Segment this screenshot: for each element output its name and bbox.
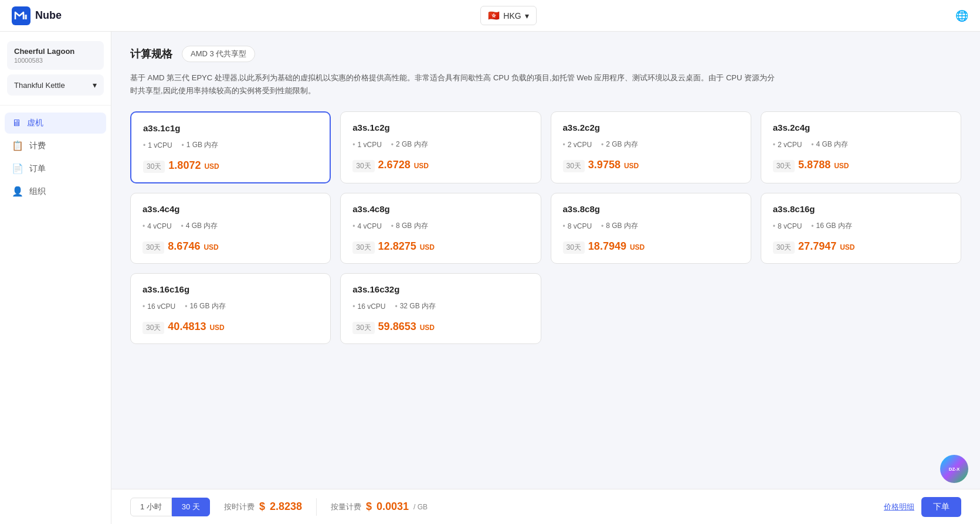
plan-pricing-0: 30天 1.8072 USD	[143, 159, 318, 173]
pricing-value-2: 3.9758	[588, 159, 620, 171]
plan-specs-9: • 16 vCPU • 32 GB 内存	[352, 301, 528, 311]
plan-pricing-5: 30天 12.8275 USD	[352, 240, 528, 254]
account-item[interactable]: Cheerful Lagoon 10000583	[7, 41, 104, 70]
globe-icon[interactable]: 🌐	[955, 9, 968, 22]
time-tab-1h[interactable]: 1 小时	[130, 498, 172, 516]
plan-vcpu-2: • 2 vCPU	[563, 139, 592, 149]
plan-memory-5: • 8 GB 内存	[391, 221, 428, 231]
account-id: 10000583	[14, 57, 97, 64]
plan-memory-7: • 16 GB 内存	[811, 221, 852, 231]
pricing-currency-6: USD	[630, 243, 645, 251]
plan-card-a3s16c16g[interactable]: a3s.16c16g • 16 vCPU • 16 GB 内存 30天 40.4…	[130, 273, 331, 344]
sidebar-item-billing-label: 计费	[29, 141, 46, 151]
sidebar-item-vm-label: 虚机	[27, 118, 43, 128]
plan-pricing-7: 30天 27.7947 USD	[773, 240, 949, 254]
org-icon: 👤	[12, 186, 23, 197]
plan-specs-0: • 1 vCPU • 1 GB 内存	[143, 140, 318, 150]
pricing-currency-5: USD	[420, 243, 435, 251]
traffic-unit: / GB	[413, 503, 428, 511]
project-name: Thankful Kettle	[14, 81, 65, 90]
project-selector[interactable]: Thankful Kettle ▾	[7, 74, 104, 96]
pricing-period-7: 30天	[773, 241, 795, 254]
sidebar-item-org-label: 组织	[29, 186, 46, 197]
pricing-currency-4: USD	[204, 243, 218, 251]
plan-vcpu-6: • 8 vCPU	[563, 221, 592, 231]
pricing-period-6: 30天	[563, 241, 585, 254]
pricing-period-1: 30天	[352, 160, 374, 172]
plan-memory-8: • 16 GB 内存	[185, 301, 226, 311]
plan-card-a3s16c32g[interactable]: a3s.16c32g • 16 vCPU • 32 GB 内存 30天 59.8…	[340, 273, 541, 344]
pricing-period-4: 30天	[143, 241, 164, 254]
hourly-label: 按时计费	[224, 502, 255, 512]
hourly-symbol: $	[259, 501, 265, 513]
pricing-detail-link[interactable]: 价格明细	[884, 502, 914, 512]
plan-card-a3s1c2g[interactable]: a3s.1c2g • 1 vCPU • 2 GB 内存 30天 2.6728 U…	[340, 111, 541, 183]
pricing-currency-9: USD	[420, 324, 435, 332]
plan-memory-1: • 2 GB 内存	[391, 139, 428, 149]
sidebar-item-billing[interactable]: 📋 计费	[5, 135, 106, 156]
plan-name-7: a3s.8c16g	[773, 204, 949, 214]
plan-pricing-4: 30天 8.6746 USD	[143, 240, 318, 254]
traffic-label: 按量计费	[331, 502, 361, 512]
plan-specs-5: • 4 vCPU • 8 GB 内存	[352, 221, 528, 231]
traffic-symbol: $	[366, 501, 372, 513]
pricing-currency-1: USD	[414, 162, 429, 170]
hourly-value: 2.8238	[270, 501, 302, 513]
plan-memory-9: • 32 GB 内存	[395, 301, 436, 311]
vm-icon: 🖥	[12, 118, 21, 128]
bottom-bar: 1 小时 30 天 按时计费 $ 2.8238 按量计费 $ 0.0031 / …	[111, 489, 980, 524]
plan-specs-2: • 2 vCPU • 2 GB 内存	[563, 139, 739, 149]
pricing-value-1: 2.6728	[378, 159, 411, 171]
main-content: 计算规格 AMD 3 代共享型 基于 AMD 第三代 EPYC 处理器,以此系列…	[111, 32, 980, 524]
page-header: 计算规格 AMD 3 代共享型	[130, 46, 961, 62]
plan-specs-6: • 8 vCPU • 8 GB 内存	[563, 221, 739, 231]
time-tab-30d[interactable]: 30 天	[172, 498, 210, 516]
time-tabs: 1 小时 30 天	[130, 498, 210, 516]
hourly-cost: 按时计费 $ 2.8238	[224, 501, 302, 513]
pricing-value-4: 8.6746	[168, 240, 200, 253]
plan-vcpu-5: • 4 vCPU	[352, 221, 382, 231]
dz-badge: DZ-X	[940, 455, 968, 483]
plan-vcpu-1: • 1 vCPU	[352, 139, 382, 149]
plan-name-0: a3s.1c1g	[143, 123, 318, 133]
plan-memory-2: • 2 GB 内存	[601, 139, 638, 149]
chevron-down-icon: ▾	[93, 80, 97, 90]
plan-specs-1: • 1 vCPU • 2 GB 内存	[352, 139, 528, 149]
plan-pricing-3: 30天 5.8788 USD	[773, 159, 949, 172]
order-button[interactable]: 下单	[921, 497, 961, 517]
plan-name-3: a3s.2c4g	[773, 123, 949, 132]
region-selector[interactable]: 🇭🇰 HKG ▾	[480, 6, 536, 25]
pricing-value-7: 27.7947	[798, 240, 836, 253]
billing-icon: 📋	[12, 140, 23, 151]
pricing-currency-2: USD	[624, 162, 639, 170]
plan-name-5: a3s.4c8g	[352, 204, 528, 214]
pricing-value-8: 40.4813	[168, 321, 206, 333]
layout: Cheerful Lagoon 10000583 Thankful Kettle…	[0, 32, 980, 524]
pricing-period-9: 30天	[352, 322, 374, 334]
sidebar-item-vm[interactable]: 🖥 虚机	[5, 113, 106, 134]
plan-name-9: a3s.16c32g	[352, 284, 528, 294]
plan-vcpu-4: • 4 vCPU	[143, 221, 172, 231]
sidebar-item-org[interactable]: 👤 组织	[5, 181, 106, 202]
pricing-period-5: 30天	[352, 241, 374, 254]
plan-card-a3s4c8g[interactable]: a3s.4c8g • 4 vCPU • 8 GB 内存 30天 12.8275 …	[340, 193, 541, 264]
pricing-currency-3: USD	[834, 162, 849, 170]
pricing-value-3: 5.8788	[798, 159, 830, 171]
plan-card-a3s2c4g[interactable]: a3s.2c4g • 2 vCPU • 4 GB 内存 30天 5.8788 U…	[761, 111, 961, 183]
plan-card-a3s8c16g[interactable]: a3s.8c16g • 8 vCPU • 16 GB 内存 30天 27.794…	[761, 193, 961, 264]
sidebar-item-orders-label: 订单	[29, 164, 46, 174]
plan-card-a3s4c4g[interactable]: a3s.4c4g • 4 vCPU • 4 GB 内存 30天 8.6746 U…	[130, 193, 331, 264]
plan-name-1: a3s.1c2g	[352, 123, 528, 132]
page-title: 计算规格	[130, 47, 172, 61]
traffic-value: 0.0031	[377, 501, 409, 513]
plan-vcpu-7: • 8 vCPU	[773, 221, 802, 231]
plan-memory-3: • 4 GB 内存	[811, 139, 848, 149]
plan-card-a3s2c2g[interactable]: a3s.2c2g • 2 vCPU • 2 GB 内存 30天 3.9758 U…	[551, 111, 751, 183]
plan-memory-6: • 8 GB 内存	[601, 221, 638, 231]
region-label: HKG	[503, 11, 521, 21]
plan-card-a3s1c1g[interactable]: a3s.1c1g • 1 vCPU • 1 GB 内存 30天 1.8072 U…	[130, 111, 331, 183]
sidebar-item-orders[interactable]: 📄 订单	[5, 158, 106, 179]
plan-vcpu-3: • 2 vCPU	[773, 139, 802, 149]
plan-card-a3s8c8g[interactable]: a3s.8c8g • 8 vCPU • 8 GB 内存 30天 18.7949 …	[551, 193, 751, 264]
plan-name-6: a3s.8c8g	[563, 204, 739, 214]
